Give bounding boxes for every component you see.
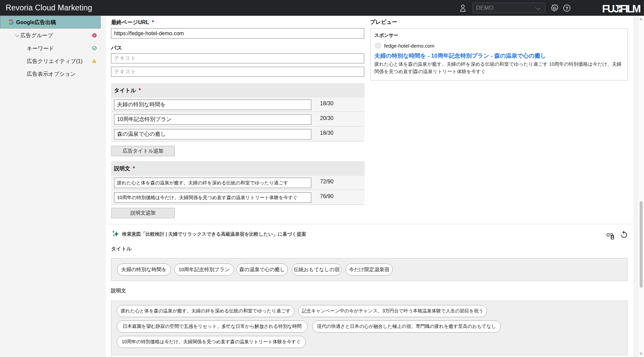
svg-text:?: ? [565,5,568,11]
